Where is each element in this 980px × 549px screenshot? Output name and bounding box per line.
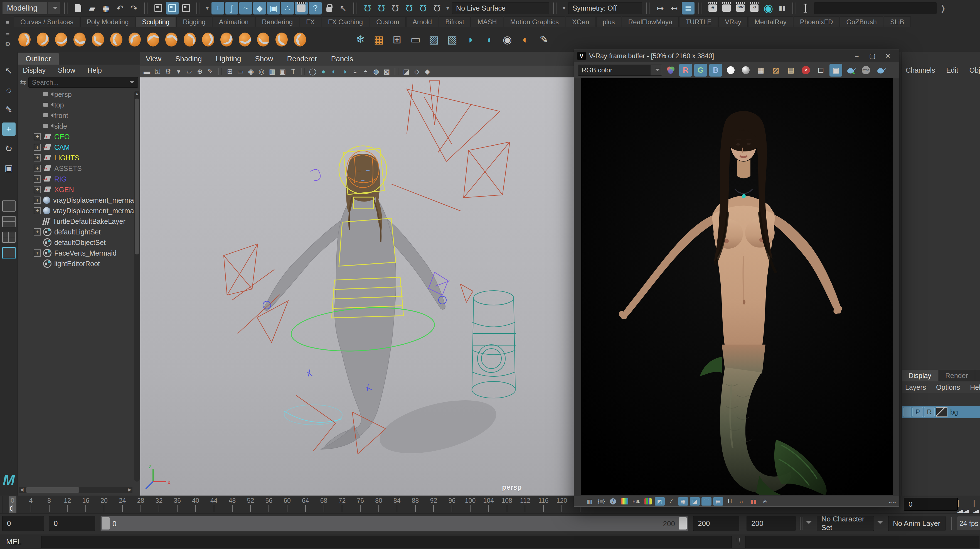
textured-icon[interactable]: ◐ xyxy=(329,67,339,76)
safe-title-icon[interactable]: T xyxy=(288,67,298,76)
outliner-item-faceverts-mermaid[interactable]: +FaceVerts_Mermaid xyxy=(18,248,134,259)
shelf-tab-fx[interactable]: FX xyxy=(300,16,321,27)
shelf-tab-animation[interactable]: Animation xyxy=(213,16,255,27)
open-scene-icon[interactable]: ▰ xyxy=(86,2,99,14)
collapse-chevrons-icon[interactable]: ⌄⌄ xyxy=(888,498,896,505)
render-last-button[interactable] xyxy=(845,64,857,77)
command-input[interactable] xyxy=(41,536,732,548)
grab-brush-icon[interactable] xyxy=(72,32,88,47)
toolkit-plus-icon[interactable]: + xyxy=(212,2,224,14)
freeze-icon[interactable]: ❄ xyxy=(353,32,368,47)
pause-icon[interactable]: ▮▮ xyxy=(776,2,789,14)
shell-a-icon[interactable]: ◗ xyxy=(463,32,478,47)
green-channel-button[interactable]: G xyxy=(694,64,707,77)
history-compare-icon[interactable]: H xyxy=(725,497,735,506)
dock-menu-object[interactable]: Object xyxy=(969,66,980,74)
render-view-icon[interactable]: ◉ xyxy=(706,2,719,14)
construction-history-icon[interactable]: ≣ xyxy=(682,2,695,14)
film-gate-icon[interactable]: ▭ xyxy=(235,67,245,76)
chevron-down-icon[interactable]: ▾ xyxy=(206,5,209,11)
scrollbar-thumb[interactable] xyxy=(26,487,79,493)
shelf-tab-mash[interactable]: MASH xyxy=(471,16,503,27)
save-scene-icon[interactable]: ▦ xyxy=(100,2,112,14)
rgb-venn-icon[interactable] xyxy=(664,64,677,77)
launch-vray-icon[interactable]: ◉ xyxy=(762,2,775,14)
select-hierarchy-icon[interactable] xyxy=(152,2,165,14)
shadows-icon[interactable]: ◒ xyxy=(350,67,360,76)
ipr-render-icon[interactable]: IPR xyxy=(734,2,747,14)
minimize-button[interactable]: – xyxy=(849,51,864,61)
layer-menu-help[interactable]: Help xyxy=(970,383,980,391)
lock-camera-icon[interactable]: ⚿ xyxy=(153,67,162,76)
range-start-handle[interactable] xyxy=(102,517,110,530)
shelf-tab-custom[interactable]: Custom xyxy=(370,16,406,27)
animation-start-field[interactable]: 0 xyxy=(2,516,44,531)
viewport-menu-lighting[interactable]: Lighting xyxy=(216,54,241,63)
maximize-button[interactable]: ▢ xyxy=(864,51,880,61)
symmetry-field[interactable]: Symmetry: Off xyxy=(568,2,642,14)
outliner-item-lighteditorroot[interactable]: lightEditorRoot xyxy=(18,259,134,269)
multisample-icon[interactable]: ▩ xyxy=(382,67,392,76)
imprint-brush-icon[interactable] xyxy=(182,32,198,47)
outliner-item-lights[interactable]: +➝LIGHTS xyxy=(18,153,134,163)
uv-editor-icon[interactable]: ⊞ xyxy=(389,32,405,47)
expand-toggle[interactable]: + xyxy=(33,133,41,140)
wireframe-icon[interactable]: ◯ xyxy=(308,67,318,76)
toolkit-curve-icon[interactable]: ∫ xyxy=(225,2,238,14)
snap-grid-icon[interactable]: Ω xyxy=(361,2,374,14)
background-image-icon[interactable]: ◪ xyxy=(690,497,700,506)
viewport-menu-panels[interactable]: Panels xyxy=(331,54,353,63)
scrape-brush-icon[interactable] xyxy=(219,32,235,47)
tab-anim[interactable]: Anim xyxy=(975,370,980,381)
quick-select-icon[interactable] xyxy=(800,2,813,14)
lights-icon[interactable]: ◑ xyxy=(339,67,350,76)
output-connections-icon[interactable]: ↤ xyxy=(668,2,681,14)
paint-select-tool[interactable]: ✎ xyxy=(2,103,16,117)
pan-zoom-icon[interactable]: ⊕ xyxy=(195,67,205,76)
scroll-up-icon[interactable]: ▲ xyxy=(134,91,140,96)
save-image-button[interactable]: ▦ xyxy=(754,64,767,77)
image-a-icon[interactable]: ▨ xyxy=(426,32,442,47)
shelf-gear-icon[interactable]: ⚙ xyxy=(5,41,11,48)
outliner-item-side[interactable]: side xyxy=(18,121,134,131)
grease-pencil-icon[interactable]: ✎ xyxy=(205,67,215,76)
select-object-icon[interactable] xyxy=(166,2,179,14)
select-tool[interactable]: ↖ xyxy=(2,64,16,77)
curves-icon[interactable]: ⌒ xyxy=(702,497,711,506)
chevron-down-icon[interactable] xyxy=(651,65,662,75)
shelf-menu-icon[interactable]: ≡ xyxy=(1,18,14,27)
mel-label[interactable]: MEL xyxy=(6,538,22,546)
layer-reference-toggle[interactable]: R xyxy=(924,407,935,417)
image-plane-icon[interactable]: ▱ xyxy=(184,67,194,76)
shelf-tab-motion-graphics[interactable]: Motion Graphics xyxy=(504,16,565,27)
anim-layer-dropdown[interactable]: No Anim Layer xyxy=(888,516,945,531)
outliner-item-defaultobjectset[interactable]: defaultObjectSet xyxy=(18,237,134,248)
viewport-menu-shading[interactable]: Shading xyxy=(175,54,202,63)
spray-brush-icon[interactable] xyxy=(146,32,161,47)
chevron-down-icon[interactable]: ▾ xyxy=(446,5,449,11)
layer-playback-toggle[interactable]: P xyxy=(912,407,923,417)
expand-toggle[interactable]: + xyxy=(33,207,41,214)
render-settings-icon[interactable]: ⚙ xyxy=(748,2,761,14)
xray-icon[interactable]: ◇ xyxy=(412,67,422,76)
force-clamp-icon[interactable]: {≡} xyxy=(596,497,606,506)
expand-toggle[interactable]: + xyxy=(33,228,41,236)
shelf-tab-bifrost[interactable]: Bifrost xyxy=(439,16,471,27)
convert-icon[interactable]: ▦ xyxy=(371,32,387,47)
shelf-tab-mentalray[interactable]: MentalRay xyxy=(748,16,793,27)
vfb-title-bar[interactable]: V V-Ray frame buffer - [50% of 2160 x 38… xyxy=(574,50,899,62)
copy-clipboard-button[interactable]: ▤ xyxy=(784,64,797,77)
camera-select-icon[interactable]: ▬ xyxy=(142,67,152,76)
filter-icon[interactable]: ⇆ xyxy=(20,78,26,87)
outliner-menu-display[interactable]: Display xyxy=(23,66,46,74)
exposure-icon[interactable]: ◩ xyxy=(655,497,665,506)
shelf-tab-rigging[interactable]: Rigging xyxy=(177,16,212,27)
chevron-down-icon[interactable] xyxy=(47,2,60,14)
stereo-icon[interactable]: ▮▮ xyxy=(748,497,758,506)
snap-point-icon[interactable]: Ω xyxy=(389,2,402,14)
motion-blur-icon[interactable]: ◍ xyxy=(371,67,381,76)
smooth-shade-icon[interactable]: ● xyxy=(318,67,328,76)
blue-channel-button[interactable]: B xyxy=(709,64,722,77)
outliner-horizontal-scrollbar[interactable]: ◀ ▶ xyxy=(19,487,132,493)
shelf-tab-slib[interactable]: SLiB xyxy=(884,16,911,27)
